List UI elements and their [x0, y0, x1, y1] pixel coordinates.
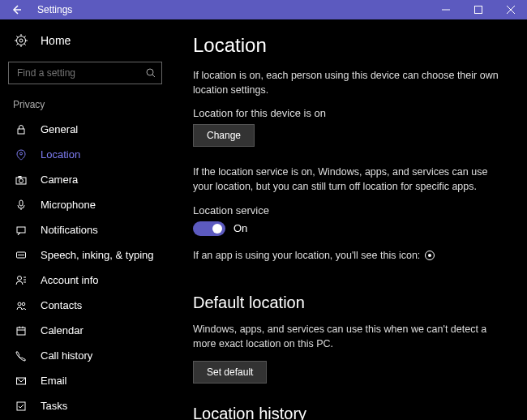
- window-controls: [430, 0, 527, 19]
- sidebar-item-notifications[interactable]: Notifications: [0, 217, 170, 242]
- lock-icon: [13, 124, 29, 135]
- svg-rect-29: [17, 328, 25, 335]
- sidebar-item-calendar[interactable]: Calendar: [0, 318, 170, 343]
- svg-rect-13: [18, 129, 24, 134]
- svg-point-14: [20, 152, 23, 155]
- service-description: If the location service is on, Windows, …: [193, 165, 501, 194]
- sidebar: Home Privacy General Location Camera Mic…: [0, 19, 170, 420]
- microphone-icon: [13, 199, 29, 211]
- sidebar-item-account[interactable]: Account info: [0, 268, 170, 293]
- svg-point-23: [18, 276, 22, 280]
- speech-icon: [13, 250, 29, 261]
- svg-rect-18: [19, 200, 23, 206]
- contacts-icon: [13, 300, 29, 311]
- location-service-toggle[interactable]: [193, 221, 225, 236]
- svg-point-16: [19, 178, 24, 182]
- sidebar-item-label: Camera: [41, 174, 78, 186]
- calendar-icon: [13, 325, 29, 336]
- sidebar-item-camera[interactable]: Camera: [0, 167, 170, 192]
- svg-rect-17: [19, 176, 21, 178]
- email-icon: [13, 375, 29, 387]
- service-label: Location service: [193, 204, 501, 216]
- camera-icon: [13, 174, 29, 186]
- svg-point-2: [19, 39, 23, 42]
- home-button[interactable]: Home: [0, 29, 170, 52]
- location-icon: [13, 149, 29, 161]
- account-icon: [13, 275, 29, 286]
- device-status-label: Location for this device is on: [193, 107, 501, 119]
- notifications-icon: [13, 225, 29, 236]
- section-label-privacy: Privacy: [0, 96, 170, 117]
- minimize-button[interactable]: [430, 0, 462, 19]
- app-icon-text: If an app is using your location, you'll…: [193, 248, 435, 263]
- content-pane: Location If location is on, each person …: [170, 19, 527, 420]
- heading-location-history: Location history: [193, 405, 501, 420]
- close-button[interactable]: [495, 0, 527, 19]
- gear-icon: [13, 34, 29, 47]
- svg-point-27: [18, 302, 21, 306]
- sidebar-item-tasks[interactable]: Tasks: [0, 393, 170, 418]
- svg-rect-0: [475, 6, 482, 14]
- sidebar-item-label: Contacts: [41, 299, 82, 311]
- titlebar: Settings: [0, 0, 527, 19]
- toggle-state-label: On: [234, 222, 247, 234]
- svg-point-28: [22, 302, 25, 306]
- heading-location: Location: [193, 34, 501, 57]
- sidebar-item-label: Tasks: [41, 400, 67, 412]
- sidebar-item-label: Account info: [41, 274, 99, 286]
- sidebar-item-email[interactable]: Email: [0, 368, 170, 393]
- sidebar-item-speech[interactable]: Speech, inking, & typing: [0, 242, 170, 268]
- tasks-icon: [13, 401, 29, 412]
- app-icon-text-label: If an app is using your location, you'll…: [193, 248, 420, 263]
- sidebar-item-label: General: [41, 123, 78, 135]
- phone-icon: [13, 350, 29, 362]
- sidebar-item-label: Calendar: [41, 324, 84, 336]
- sidebar-item-label: Notifications: [41, 224, 98, 236]
- sidebar-item-label: Microphone: [41, 199, 96, 211]
- search-container: [8, 62, 162, 84]
- search-input[interactable]: [8, 62, 162, 84]
- change-button[interactable]: Change: [193, 124, 255, 147]
- sidebar-item-label: Call history: [41, 349, 92, 362]
- sidebar-item-location[interactable]: Location: [0, 142, 170, 167]
- svg-rect-20: [17, 227, 25, 233]
- set-default-button[interactable]: Set default: [193, 361, 267, 384]
- sidebar-item-label: Email: [41, 375, 67, 387]
- location-indicator-icon: [425, 251, 435, 260]
- sidebar-item-contacts[interactable]: Contacts: [0, 293, 170, 318]
- minimize-icon: [442, 6, 450, 14]
- sidebar-item-label: Speech, inking, & typing: [41, 249, 153, 261]
- maximize-icon: [474, 6, 482, 14]
- window-title: Settings: [37, 4, 430, 15]
- maximize-button[interactable]: [462, 0, 495, 19]
- back-button[interactable]: [0, 0, 32, 19]
- default-description: Windows, apps, and services can use this…: [193, 322, 501, 351]
- back-arrow-icon: [10, 3, 23, 16]
- heading-default-location: Default location: [193, 294, 501, 312]
- location-intro: If location is on, each person using thi…: [193, 68, 501, 97]
- close-icon: [507, 6, 515, 14]
- sidebar-item-label: Location: [41, 148, 80, 161]
- sidebar-item-general[interactable]: General: [0, 117, 170, 142]
- svg-rect-34: [17, 402, 25, 410]
- sidebar-item-call-history[interactable]: Call history: [0, 343, 170, 368]
- sidebar-item-microphone[interactable]: Microphone: [0, 192, 170, 217]
- home-label: Home: [41, 34, 71, 47]
